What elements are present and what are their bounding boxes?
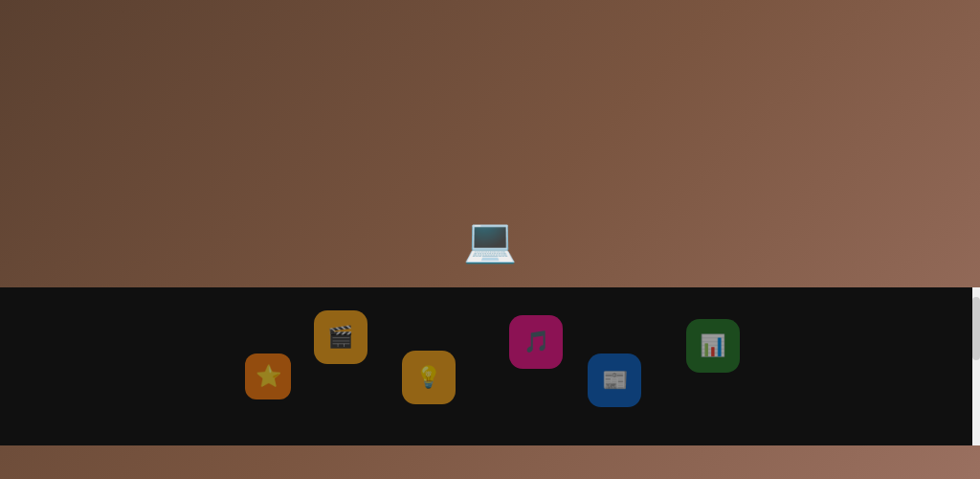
scrollbar[interactable] bbox=[972, 287, 980, 445]
article-image-5 bbox=[785, 91, 980, 216]
article-card-5[interactable]: Story 2052: Technology robs us of chance… bbox=[785, 91, 980, 287]
bottom-overlay bbox=[0, 287, 980, 445]
bottom-feature-section: 🎬 💡 🎵 📰 📊 ⭐ bbox=[0, 287, 980, 445]
scrollbar-thumb bbox=[972, 297, 980, 360]
bottom-background: 🎬 💡 🎵 📰 📊 ⭐ bbox=[0, 287, 980, 445]
article-grid: Ysh AT-15 Naked 150cc Sports Bike Takes … bbox=[0, 91, 980, 287]
